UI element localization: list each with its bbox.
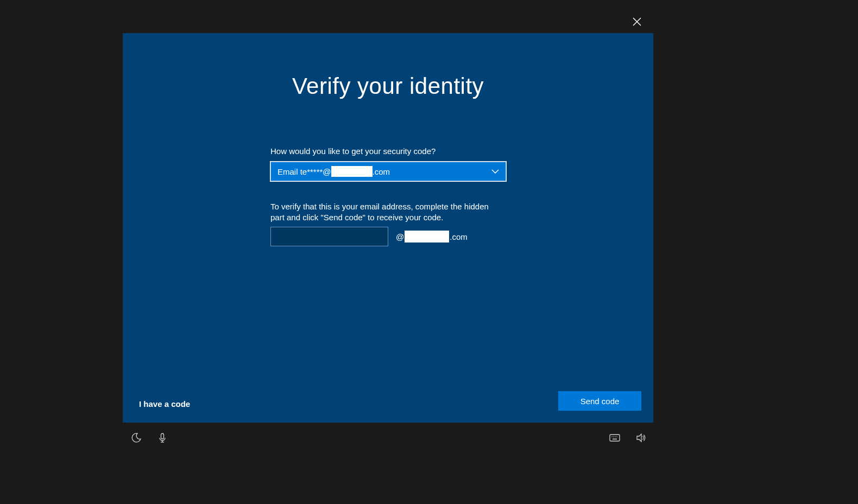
i-have-a-code-link[interactable]: I have a code [139, 399, 190, 409]
page-title: Verify your identity [123, 73, 653, 99]
dropdown-redacted-mask [331, 166, 373, 177]
svg-rect-10 [613, 439, 617, 440]
send-code-button[interactable]: Send code [558, 391, 641, 411]
svg-rect-5 [610, 435, 620, 441]
verification-method-dropdown[interactable]: Email te*****@ .com [270, 162, 506, 181]
email-domain-suffix: .com [450, 232, 468, 241]
volume-icon [635, 432, 646, 443]
email-domain-redacted-mask [405, 231, 449, 243]
night-mode-icon [131, 432, 142, 443]
email-domain-label: @ .com [396, 231, 468, 243]
security-code-prompt: How would you like to get your security … [270, 146, 436, 156]
on-screen-keyboard-button[interactable] [609, 432, 621, 444]
dropdown-text-suffix: .com [373, 167, 390, 176]
close-button[interactable] [630, 15, 644, 28]
volume-button[interactable] [635, 432, 647, 444]
email-prefix-input[interactable] [270, 227, 388, 246]
svg-marker-11 [637, 434, 641, 442]
svg-point-6 [611, 436, 613, 437]
dropdown-selected-value: Email te*****@ .com [271, 166, 390, 177]
dropdown-text-prefix: Email te*****@ [277, 167, 331, 176]
email-verification-row: @ .com [270, 227, 468, 246]
microphone-button[interactable] [156, 432, 168, 444]
chevron-down-icon [490, 167, 500, 176]
email-at-symbol: @ [396, 232, 404, 241]
svg-point-7 [613, 436, 614, 437]
svg-point-8 [615, 436, 616, 437]
keyboard-icon [609, 434, 620, 442]
system-tray [123, 428, 653, 448]
dialog-panel: Verify your identity How would you like … [123, 33, 653, 423]
night-mode-button[interactable] [130, 432, 142, 444]
instruction-text: To verify that this is your email addres… [270, 201, 504, 224]
svg-point-9 [616, 436, 617, 437]
close-icon [633, 17, 641, 26]
microphone-icon [157, 432, 168, 443]
svg-rect-2 [161, 433, 164, 439]
